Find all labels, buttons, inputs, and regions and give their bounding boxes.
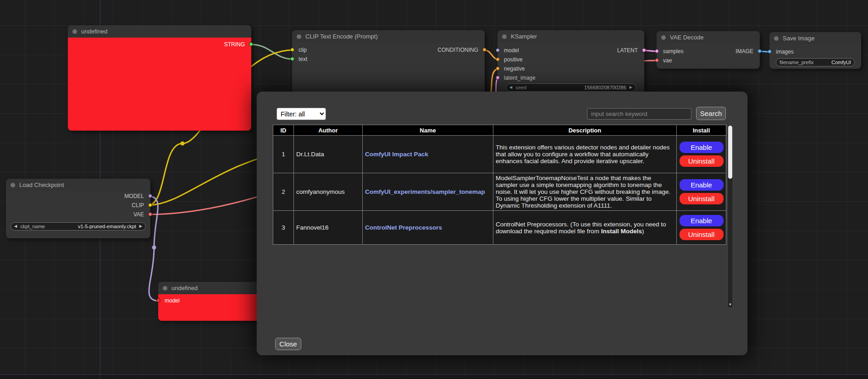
port-label: latent_image	[504, 75, 536, 81]
uninstall-button[interactable]: Uninstall	[680, 155, 724, 167]
filter-select[interactable]: Filter: all	[276, 108, 326, 120]
extension-link[interactable]: ComfyUI Impact Pack	[365, 151, 428, 158]
output-port-clip[interactable]: CLIP	[132, 202, 150, 209]
extension-link[interactable]: ControlNet Preprocessors	[365, 224, 442, 231]
input-port-text[interactable]: text	[292, 55, 307, 63]
node-save-image[interactable]: Save Image images filename_prefix ComfyU…	[769, 32, 861, 69]
node-header[interactable]: undefined	[68, 25, 251, 38]
node-header[interactable]: Load Checkpoint	[6, 179, 150, 191]
input-port-clip[interactable]: clip	[292, 46, 307, 54]
input-port-model[interactable]: model	[498, 47, 519, 54]
uninstall-button[interactable]: Uninstall	[680, 229, 724, 240]
node-header[interactable]: VAE Decode	[657, 31, 760, 44]
output-port-string[interactable]: STRING	[224, 41, 251, 48]
output-port-latent[interactable]: LATENT	[617, 47, 644, 54]
cell-description: This extension offers various detector n…	[493, 136, 677, 173]
enable-button[interactable]: Enable	[680, 215, 724, 226]
table-scrollbar[interactable]: ▼	[727, 125, 733, 308]
extension-link[interactable]: ComfyUI_experiments/sampler_tonemap	[365, 188, 485, 195]
widget-label: ckpt_name	[20, 224, 45, 229]
close-button[interactable]: Close	[275, 338, 301, 350]
conditioning-port-dot[interactable]	[482, 48, 487, 52]
input-port-positive[interactable]: positive	[498, 56, 523, 63]
cell-description: ModelSamplerTonemapNoiseTest a node that…	[493, 173, 677, 211]
cell-id: 1	[273, 136, 294, 173]
node-undefined-bottom[interactable]: undefined model	[158, 282, 264, 321]
model-port-dot[interactable]	[148, 194, 152, 198]
output-port-image[interactable]: IMAGE	[735, 48, 760, 55]
node-header[interactable]: KSampler	[498, 30, 644, 43]
next-arrow-icon[interactable]: ▶	[139, 225, 142, 228]
node-header[interactable]: undefined	[158, 282, 264, 294]
node-title: undefined	[81, 28, 107, 35]
node-ksampler[interactable]: KSampler model positive negative latent_…	[498, 30, 644, 94]
table-header-row: ID Author Name Description Install	[273, 125, 726, 136]
clip-port-dot[interactable]	[290, 48, 294, 52]
positive-port-dot[interactable]	[496, 57, 500, 61]
collapse-icon[interactable]	[661, 35, 666, 40]
port-label: positive	[504, 56, 523, 63]
widget-label: seed	[515, 85, 526, 90]
node-load-checkpoint[interactable]: Load Checkpoint MODEL CLIP VAE ◀ ckpt_na…	[6, 179, 150, 238]
port-label: text	[299, 56, 307, 62]
clip-port-dot[interactable]	[148, 203, 152, 207]
previous-arrow-icon[interactable]: ◀	[14, 225, 17, 228]
node-title: VAE Decode	[670, 34, 703, 41]
collapse-icon[interactable]	[297, 34, 301, 39]
header-author: Author	[294, 125, 363, 136]
collapse-icon[interactable]	[163, 286, 167, 291]
images-port-dot[interactable]	[768, 49, 772, 54]
filename-prefix-widget[interactable]: filename_prefix ComfyUI	[776, 58, 855, 66]
decrement-arrow-icon[interactable]: ◀	[509, 86, 512, 89]
header-install: Install	[677, 125, 726, 136]
input-port-negative[interactable]: negative	[498, 65, 525, 72]
port-label: CONDITIONING	[437, 47, 478, 53]
extension-table: ID Author Name Description Install 1 Dr.…	[273, 125, 726, 245]
cell-description: ControlNet Preprocessors. (To use this e…	[493, 211, 677, 245]
extension-manager-dialog: Filter: all Search ID Author Name Descri…	[257, 92, 747, 355]
ckpt-name-widget[interactable]: ◀ ckpt_name v1-5-pruned-emaonly.ckpt ▶	[11, 222, 146, 231]
latent-port-dot[interactable]	[642, 48, 646, 52]
search-button[interactable]: Search	[696, 107, 726, 120]
collapse-icon[interactable]	[11, 183, 15, 187]
negative-port-dot[interactable]	[496, 66, 500, 71]
string-port-dot[interactable]	[249, 42, 253, 46]
collapse-icon[interactable]	[502, 34, 507, 39]
output-port-conditioning[interactable]: CONDITIONING	[437, 46, 485, 54]
input-port-samples[interactable]: samples	[657, 48, 684, 55]
cell-install: Enable Uninstall	[677, 173, 726, 211]
samples-port-dot[interactable]	[655, 49, 659, 53]
seed-widget[interactable]: ◀ seed 156680208700286 ▶	[506, 83, 636, 92]
input-port-latent-image[interactable]: latent_image	[498, 74, 536, 82]
vae-port-dot[interactable]	[148, 212, 152, 216]
node-title: KSampler	[511, 33, 537, 40]
model-port-dot[interactable]	[156, 298, 160, 302]
collapse-icon[interactable]	[774, 36, 779, 41]
input-port-images[interactable]: images	[769, 48, 794, 55]
node-header[interactable]: CLIP Text Encode (Prompt)	[292, 30, 485, 43]
collapse-icon[interactable]	[72, 29, 77, 34]
output-port-model[interactable]: MODEL	[124, 192, 150, 200]
image-port-dot[interactable]	[757, 49, 762, 53]
node-undefined-top[interactable]: undefined STRING	[68, 25, 251, 131]
text-port-dot[interactable]	[290, 57, 294, 61]
model-port-dot[interactable]	[496, 48, 500, 52]
output-port-vae[interactable]: VAE	[133, 211, 150, 218]
node-header[interactable]: Save Image	[769, 32, 861, 44]
enable-button[interactable]: Enable	[680, 142, 724, 153]
increment-arrow-icon[interactable]: ▶	[630, 86, 632, 89]
scroll-down-arrow-icon[interactable]: ▼	[728, 302, 733, 307]
input-port-model[interactable]: model	[158, 297, 180, 304]
input-port-vae[interactable]: vae	[657, 57, 672, 64]
cell-author: Fannovel16	[294, 211, 363, 245]
enable-button[interactable]: Enable	[680, 179, 724, 191]
port-label: model	[504, 47, 519, 54]
latent-image-port-dot[interactable]	[496, 76, 500, 80]
widget-label: filename_prefix	[780, 60, 814, 65]
port-label: model	[165, 297, 180, 304]
vae-port-dot[interactable]	[655, 58, 659, 62]
scrollbar-thumb[interactable]	[728, 126, 732, 179]
uninstall-button[interactable]: Uninstall	[680, 193, 724, 204]
search-input[interactable]	[587, 108, 691, 120]
node-vae-decode[interactable]: VAE Decode samples vae IMAGE	[657, 31, 760, 69]
